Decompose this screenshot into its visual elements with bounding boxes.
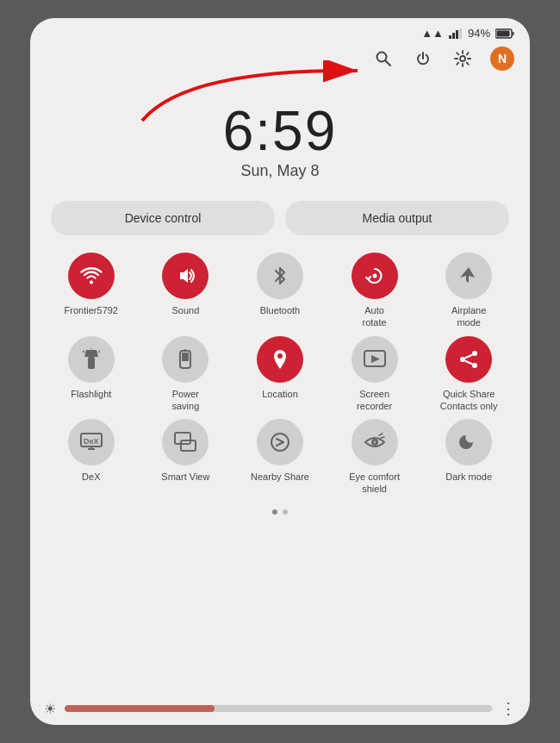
qs-tile-location[interactable]: Location: [236, 336, 324, 413]
svg-text:DeX: DeX: [84, 437, 99, 446]
svg-point-24: [472, 351, 477, 356]
qs-label-nearby-share: Nearby Share: [251, 471, 309, 483]
qs-label-sound: Sound: [171, 304, 199, 316]
clock-display: 6:59: [223, 103, 338, 159]
svg-line-27: [465, 354, 473, 358]
qs-tile-quick-share[interactable]: Quick Share Contacts only: [425, 336, 513, 413]
eye-comfort-icon: [352, 419, 398, 465]
qs-tile-eye-comfort[interactable]: Eye comfort shield: [331, 419, 419, 496]
qs-label-auto-rotate: Auto rotate: [363, 304, 387, 329]
svg-rect-34: [181, 440, 196, 451]
svg-marker-23: [371, 355, 380, 363]
svg-line-28: [465, 360, 473, 364]
brightness-track[interactable]: [65, 705, 492, 712]
top-icons-row: N: [30, 43, 530, 78]
media-output-button[interactable]: Media output: [285, 201, 509, 235]
smart-view-icon: [162, 419, 208, 465]
dark-mode-icon: [445, 419, 492, 465]
svg-point-35: [271, 434, 289, 451]
svg-rect-1: [452, 33, 455, 39]
svg-point-12: [372, 274, 376, 278]
qs-tile-airplane[interactable]: Airplane mode: [425, 253, 513, 329]
brightness-more-icon[interactable]: ⋮: [501, 699, 516, 718]
svg-rect-0: [449, 35, 451, 39]
qs-tile-screen-recorder[interactable]: Screen recorder: [331, 336, 419, 413]
qs-tile-auto-rotate[interactable]: Auto rotate: [331, 253, 419, 329]
search-icon: [375, 50, 392, 67]
svg-line-16: [98, 351, 100, 353]
flashlight-icon: [68, 336, 115, 383]
svg-point-25: [460, 357, 465, 362]
power-saving-icon: [162, 336, 208, 383]
sound-icon: [162, 253, 208, 299]
svg-line-15: [83, 351, 84, 353]
user-avatar[interactable]: N: [490, 47, 514, 71]
qs-label-screen-recorder: Screen recorder: [357, 388, 392, 413]
dot-1: [272, 509, 277, 515]
wifi-icon: ▲▲: [421, 27, 444, 40]
location-icon: [257, 336, 303, 383]
signal-bars-icon: [449, 28, 463, 39]
qs-tile-sound[interactable]: Sound: [142, 253, 230, 329]
svg-point-21: [277, 353, 283, 359]
svg-point-11: [90, 281, 93, 284]
bluetooth-icon: [257, 253, 303, 299]
svg-marker-14: [84, 350, 98, 357]
qs-label-location: Location: [262, 388, 298, 400]
device-control-button[interactable]: Device control: [51, 201, 275, 235]
svg-point-26: [472, 363, 477, 368]
wifi-icon: [68, 253, 115, 299]
qs-label-wifi: Frontier5792: [65, 304, 118, 316]
power-button[interactable]: [411, 47, 435, 71]
qs-label-power-saving: Power saving: [171, 388, 199, 413]
qs-label-dex: DeX: [82, 471, 100, 483]
qs-tile-dex[interactable]: DeXDeX: [47, 419, 135, 496]
airplane-icon: [445, 253, 492, 299]
nearby-share-icon: [257, 419, 303, 465]
svg-point-37: [373, 441, 376, 444]
qs-tile-wifi[interactable]: Frontier5792: [47, 253, 135, 329]
brightness-control[interactable]: ☀ ⋮: [30, 692, 530, 725]
svg-rect-19: [182, 353, 189, 361]
qs-label-eye-comfort: Eye comfort shield: [349, 471, 400, 496]
pagination-dots: [30, 496, 530, 523]
control-buttons-row: Device control Media output: [30, 201, 530, 253]
qs-label-airplane: Airplane mode: [451, 304, 486, 329]
svg-point-10: [460, 56, 465, 61]
qs-label-quick-share: Quick Share Contacts only: [440, 388, 498, 413]
svg-line-9: [386, 61, 391, 66]
qs-tile-smart-view[interactable]: Smart View: [142, 419, 230, 496]
battery-percent: 94%: [468, 27, 490, 40]
battery-icon: [495, 28, 514, 39]
quick-settings-grid: Frontier5792SoundBluetoothAuto rotateAir…: [30, 253, 530, 496]
svg-rect-2: [456, 30, 458, 39]
time-section: 6:59 Sun, May 8: [30, 78, 530, 201]
dot-2: [283, 509, 288, 515]
device-panel: ▲▲ 94%: [30, 18, 530, 725]
status-bar: ▲▲ 94%: [30, 18, 530, 43]
svg-rect-5: [513, 32, 514, 35]
qs-tile-bluetooth[interactable]: Bluetooth: [236, 253, 324, 329]
search-button[interactable]: [371, 47, 395, 71]
brightness-icon: ☀: [44, 701, 56, 717]
date-display: Sun, May 8: [240, 162, 319, 180]
power-icon: [414, 50, 432, 67]
rotate-icon: [352, 253, 398, 299]
screen-recorder-icon: [352, 336, 398, 383]
settings-button[interactable]: [451, 47, 475, 71]
quick-share-icon: [445, 336, 492, 383]
svg-rect-33: [175, 433, 190, 444]
qs-tile-power-saving[interactable]: Power saving: [142, 336, 230, 413]
qs-label-dark-mode: Dark mode: [445, 471, 492, 483]
qs-tile-flashlight[interactable]: Flashlight: [47, 336, 135, 413]
qs-label-bluetooth: Bluetooth: [260, 304, 300, 316]
dex-icon: DeX: [68, 419, 115, 465]
qs-label-smart-view: Smart View: [161, 471, 209, 483]
brightness-fill: [65, 705, 215, 712]
qs-label-flashlight: Flashlight: [71, 388, 111, 400]
svg-rect-6: [497, 30, 510, 36]
svg-rect-3: [459, 28, 462, 39]
qs-tile-dark-mode[interactable]: Dark mode: [425, 419, 513, 496]
qs-tile-nearby-share[interactable]: Nearby Share: [236, 419, 324, 496]
settings-icon: [454, 50, 471, 67]
